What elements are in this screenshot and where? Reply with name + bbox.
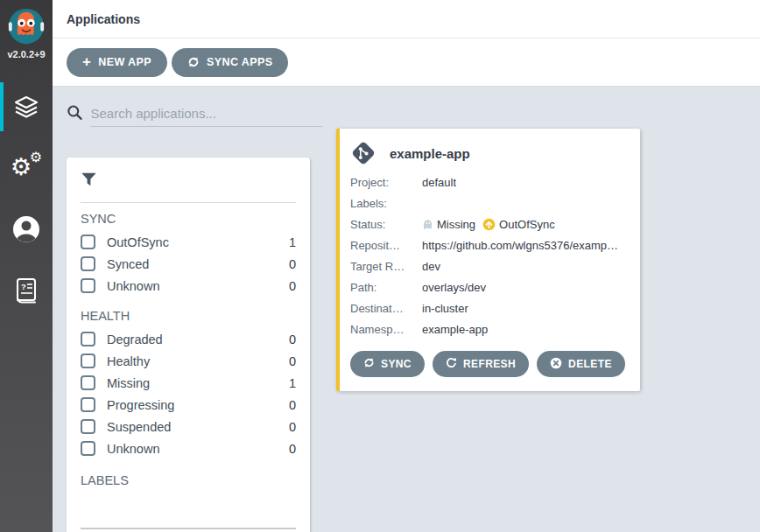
count-badge: 1 [289,376,296,390]
field-repository: Reposit… https://github.com/wlgns5376/ex… [350,234,626,256]
delete-button[interactable]: DELETE [537,351,625,377]
count-badge: 0 [289,257,296,271]
healthy-checkbox[interactable] [81,354,95,368]
filter-synced[interactable]: Synced 0 [81,253,296,275]
sidebar-item-applications[interactable] [0,82,53,131]
filter-degraded[interactable]: Degraded 0 [81,328,296,350]
version-label: v2.0.2+9 [7,49,45,60]
application-card-header: example-app [350,140,626,166]
sidebar-item-docs[interactable]: ? [0,266,53,315]
filter-healthy[interactable]: Healthy 0 [81,350,296,372]
sync-apps-button[interactable]: SYNC APPS [172,48,288,77]
application-card[interactable]: example-app Project: default Labels: Sta… [336,129,640,391]
sidebar: v2.0.2+9 ⚙⚙ ? [0,0,53,532]
new-app-button[interactable]: + NEW APP [67,48,167,77]
sidebar-nav: ⚙⚙ ? [0,82,53,327]
argo-logo: v2.0.2+9 [6,0,46,60]
field-destination: Destinat… in-cluster [350,298,626,318]
content-area: SYNC OutOfSync 1 Synced 0 Unknown 0 HEAL… [53,87,760,532]
content-columns: SYNC OutOfSync 1 Synced 0 Unknown 0 HEAL… [67,129,760,532]
field-namespace: Namesp… example-app [350,318,626,340]
filters-panel: SYNC OutOfSync 1 Synced 0 Unknown 0 HEAL… [67,158,310,532]
count-badge: 0 [289,354,296,368]
field-status: Status: Missing OutOfSync [350,214,626,234]
synced-checkbox[interactable] [81,256,95,271]
filter-section-title-labels: LABELS [81,473,296,487]
missing-checkbox[interactable] [81,375,95,390]
docs-help-icon: ? [13,276,39,304]
field-path: Path: overlays/dev [350,276,626,298]
count-badge: 0 [289,442,296,456]
application-name[interactable]: example-app [390,146,470,161]
count-badge: 1 [289,235,296,249]
health-unknown-checkbox[interactable] [81,441,95,456]
svg-text:?: ? [21,282,26,291]
sync-status-label: OutOfSync [499,218,555,231]
health-status-label: Missing [437,218,475,231]
settings-gears-icon: ⚙⚙ [11,152,42,184]
filter-missing[interactable]: Missing 1 [81,372,296,394]
field-target-revision: Target R… dev [350,256,626,276]
filter-section-title-health: HEALTH [81,309,296,323]
sidebar-item-user[interactable] [0,205,53,254]
outofsync-checkbox[interactable] [81,234,95,249]
sync-unknown-checkbox[interactable] [81,278,95,293]
page-title: Applications [67,12,140,26]
arrow-up-circle-icon [482,218,496,231]
filter-section-title-sync: SYNC [81,212,296,226]
filter-progressing[interactable]: Progressing 0 [81,394,296,416]
card-actions: SYNC REFRESH [350,351,626,377]
sync-icon [363,357,375,371]
plus-icon: + [82,54,91,69]
count-badge: 0 [289,279,296,293]
filter-funnel-icon [81,172,97,187]
field-project: Project: default [350,172,626,192]
toolbar: + NEW APP SYNC APPS [53,38,760,87]
delete-circle-icon [550,357,562,372]
user-icon [11,214,41,244]
sidebar-item-settings[interactable]: ⚙⚙ [0,144,53,192]
degraded-checkbox[interactable] [81,332,95,346]
refresh-button[interactable]: REFRESH [433,351,529,377]
sync-button[interactable]: SYNC [350,351,425,377]
count-badge: 0 [289,332,296,346]
filter-outofsync[interactable]: OutOfSync 1 [81,231,296,253]
search-input[interactable] [90,101,322,127]
suspended-checkbox[interactable] [81,419,95,434]
progressing-checkbox[interactable] [81,397,95,412]
argo-octopus-icon [6,6,46,46]
main-area: Applications + NEW APP SYNC APPS [53,0,760,532]
search-icon [67,104,82,121]
filter-suspended[interactable]: Suspended 0 [81,416,296,438]
filter-sync-unknown[interactable]: Unknown 0 [81,275,296,297]
sync-icon [187,56,200,68]
applications-layers-icon [12,93,40,121]
filter-health-unknown[interactable]: Unknown 0 [81,438,296,459]
count-badge: 0 [289,420,296,434]
field-labels: Labels: [350,192,626,214]
refresh-icon [446,357,457,371]
top-bar: Applications [53,0,760,38]
search-bar [67,101,322,129]
git-app-icon [350,140,376,166]
ghost-missing-icon [422,218,433,230]
count-badge: 0 [289,398,296,412]
